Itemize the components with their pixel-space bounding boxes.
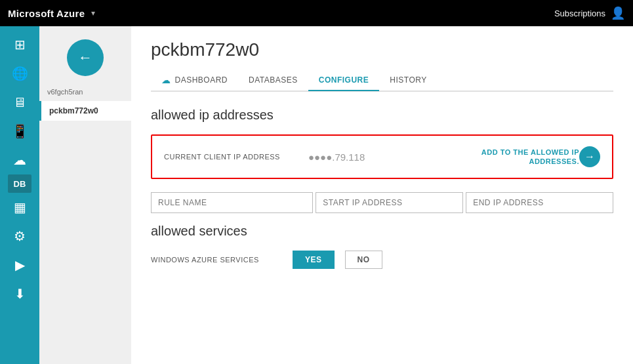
rule-name-input[interactable] (151, 192, 313, 213)
top-bar-left: Microsoft Azure ▾ (8, 8, 95, 19)
dashboard-tab-icon: ☁ (161, 75, 171, 85)
user-icon[interactable]: 👤 (611, 6, 625, 20)
dropdown-chevron-icon[interactable]: ▾ (91, 9, 95, 18)
account-nav: ← v6fgch5ran pckbm772w0 (39, 26, 131, 364)
cloud-icon[interactable]: ☁ (3, 146, 36, 174)
main-layout: ⊞ 🌐 🖥 📱 ☁ DB ▦ ⚙ ▶ ⬇ ← v6fgch5ran pckbm7… (0, 26, 633, 364)
configure-tab-label: CONFIGURE (319, 75, 369, 85)
back-button[interactable]: ← (67, 39, 104, 76)
globe-icon[interactable]: 🌐 (3, 59, 36, 88)
tabs: ☁ DASHBOARD DATABASES CONFIGURE HISTORY (151, 70, 613, 92)
back-arrow-icon: ← (78, 49, 92, 66)
allowed-services-title: allowed services (151, 224, 613, 239)
no-toggle-button[interactable]: NO (345, 251, 382, 269)
ip-rule-row (151, 192, 613, 213)
tab-history[interactable]: HISTORY (379, 70, 437, 91)
azure-logo: Microsoft Azure (8, 8, 85, 19)
subscriptions-label[interactable]: Subscriptions (554, 9, 605, 18)
tab-databases[interactable]: DATABASES (238, 70, 308, 91)
allowed-ip-title: allowed ip addresses (151, 108, 613, 123)
account-active-item[interactable]: pckbm772w0 (39, 101, 131, 121)
table-icon[interactable]: ▦ (3, 193, 36, 222)
account-header: v6fgch5ran (39, 83, 131, 101)
download-icon[interactable]: ⬇ (3, 279, 36, 308)
sidebar: ⊞ 🌐 🖥 📱 ☁ DB ▦ ⚙ ▶ ⬇ (0, 26, 39, 364)
top-bar-right: Subscriptions 👤 (554, 6, 625, 20)
monitor-icon[interactable]: 🖥 (3, 88, 36, 117)
windows-azure-services-row: WINDOWS AZURE SERVICES YES NO (151, 251, 613, 269)
tablet-icon[interactable]: 📱 (3, 117, 36, 146)
top-bar: Microsoft Azure ▾ Subscriptions 👤 (0, 0, 633, 26)
content-area: pckbm772w0 ☁ DASHBOARD DATABASES CONFIGU… (131, 26, 633, 364)
media-icon[interactable]: ▶ (3, 251, 36, 279)
end-ip-input[interactable] (466, 192, 613, 213)
start-ip-input[interactable] (316, 192, 463, 213)
windows-azure-services-label: WINDOWS AZURE SERVICES (151, 256, 282, 264)
content-body: allowed ip addresses CURRENT CLIENT IP A… (131, 92, 633, 285)
tab-dashboard[interactable]: ☁ DASHBOARD (151, 70, 238, 92)
add-arrow-button[interactable]: → (579, 146, 600, 167)
integration-icon[interactable]: ⚙ (3, 222, 36, 251)
allowed-ip-section: allowed ip addresses CURRENT CLIENT IP A… (151, 108, 613, 213)
add-to-allowed-label: ADD TO THE ALLOWED IP ADDRESSES. (474, 148, 579, 167)
current-ip-value: ●●●●.79.118 (295, 152, 474, 163)
content-header: pckbm772w0 ☁ DASHBOARD DATABASES CONFIGU… (131, 26, 633, 92)
page-title: pckbm772w0 (151, 39, 613, 60)
add-to-allowed-button[interactable]: ADD TO THE ALLOWED IP ADDRESSES. (474, 148, 579, 167)
allowed-services-section: allowed services WINDOWS AZURE SERVICES … (151, 224, 613, 269)
history-tab-label: HISTORY (390, 75, 426, 85)
current-ip-box: CURRENT CLIENT IP ADDRESS ●●●●.79.118 AD… (151, 134, 613, 179)
arrow-right-icon: → (584, 151, 595, 163)
dashboard-tab-label: DASHBOARD (175, 75, 228, 85)
current-ip-label: CURRENT CLIENT IP ADDRESS (164, 153, 295, 161)
database-icon[interactable]: DB (8, 174, 31, 193)
grid-icon[interactable]: ⊞ (3, 30, 36, 59)
databases-tab-label: DATABASES (249, 75, 298, 85)
tab-configure[interactable]: CONFIGURE (308, 70, 380, 91)
yes-toggle-button[interactable]: YES (293, 251, 335, 269)
back-button-wrap: ← (67, 39, 104, 76)
